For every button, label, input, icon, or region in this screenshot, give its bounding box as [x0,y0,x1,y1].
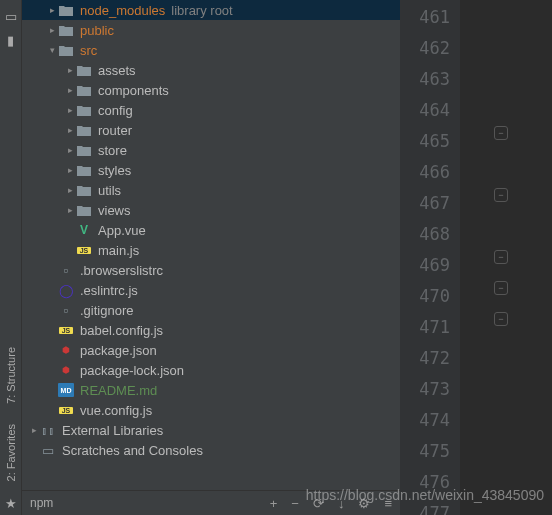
fold-marker-icon[interactable]: − [494,312,508,326]
npm-icon: ⬢ [58,343,74,357]
line-number: 472 [400,343,450,374]
tree-item[interactable]: ▸node_moduleslibrary root [22,0,400,20]
folder-icon [58,43,74,57]
tree-item-label: Scratches and Consoles [62,443,203,458]
tree-item-label: assets [98,63,136,78]
scratch-icon: ▭ [40,443,56,457]
tree-item[interactable]: ▸components [22,80,400,100]
tree-item-label: src [80,43,97,58]
tree-item-label: styles [98,163,131,178]
npm-tab[interactable]: npm [30,496,53,510]
tree-item[interactable]: ⬢package-lock.json [22,360,400,380]
expand-arrow-icon[interactable]: ▸ [64,145,76,155]
expand-arrow-icon[interactable]: ▸ [64,165,76,175]
tree-item[interactable]: VApp.vue [22,220,400,240]
tree-item[interactable]: ▾src [22,40,400,60]
line-number: 465 [400,126,450,157]
tree-item[interactable]: ▸views [22,200,400,220]
line-number: 467 [400,188,450,219]
tree-item[interactable]: ▸⫾⫾External Libraries [22,420,400,440]
tab-structure[interactable]: 7: Structure [5,347,17,404]
line-number: 466 [400,157,450,188]
line-number: 474 [400,405,450,436]
expand-arrow-icon[interactable]: ▸ [64,205,76,215]
js-icon: JS [58,323,74,337]
tree-item[interactable]: ▸config [22,100,400,120]
file-icon: ▫ [58,263,74,277]
tree-item[interactable]: JSbabel.config.js [22,320,400,340]
tree-item-label: main.js [98,243,139,258]
project-icon[interactable]: ▭ [3,8,19,24]
expand-arrow-icon[interactable]: ▸ [64,65,76,75]
tree-item-label: babel.config.js [80,323,163,338]
fold-column [468,0,552,515]
tree-item[interactable]: JSvue.config.js [22,400,400,420]
tree-item-label: .browserslistrc [80,263,163,278]
file-icon: ▫ [58,303,74,317]
expand-arrow-icon[interactable]: ▸ [46,25,58,35]
folder-icon [76,163,92,177]
expand-arrow-icon[interactable]: ▾ [46,45,58,55]
tree-item[interactable]: ▸store [22,140,400,160]
tree-item-label: README.md [80,383,157,398]
fold-marker-icon[interactable]: − [494,188,508,202]
line-number: 461 [400,2,450,33]
toolbar-button-1[interactable]: − [291,496,299,511]
tree-item[interactable]: MDREADME.md [22,380,400,400]
tree-item-label: package-lock.json [80,363,184,378]
tree-item[interactable]: ▫.gitignore [22,300,400,320]
toolbar-button-0[interactable]: + [270,496,278,511]
line-number: 463 [400,64,450,95]
vue-icon: V [76,223,92,237]
tree-item[interactable]: ▭Scratches and Consoles [22,440,400,460]
tab-favorites[interactable]: 2: Favorites [5,424,17,481]
tree-item[interactable]: ▫.browserslistrc [22,260,400,280]
tree-item-label: public [80,23,114,38]
line-number: 470 [400,281,450,312]
fold-marker-icon[interactable]: − [494,250,508,264]
line-number: 473 [400,374,450,405]
tree-item-label: utils [98,183,121,198]
line-number: 471 [400,312,450,343]
folder-icon [76,103,92,117]
tree-item-label: External Libraries [62,423,163,438]
tree-item[interactable]: JSmain.js [22,240,400,260]
folder-icon[interactable]: ▮ [3,32,19,48]
folder-icon [58,3,74,17]
tree-item-label: views [98,203,131,218]
folder-icon [76,83,92,97]
expand-arrow-icon[interactable]: ▸ [28,425,40,435]
expand-arrow-icon[interactable]: ▸ [64,105,76,115]
expand-arrow-icon[interactable]: ▸ [64,85,76,95]
fold-marker-icon[interactable]: − [494,281,508,295]
tree-item-label: vue.config.js [80,403,152,418]
folder-icon [76,203,92,217]
tree-item-label: .gitignore [80,303,133,318]
editor-gutter: 4614624634644654664674684694704714724734… [400,0,460,515]
tree-item-label: App.vue [98,223,146,238]
js-icon: JS [58,403,74,417]
fold-marker-icon[interactable]: − [494,126,508,140]
eslint-icon: ◯ [58,283,74,297]
tree-item[interactable]: ▸styles [22,160,400,180]
folder-icon [76,63,92,77]
tree-item-suffix: library root [171,3,232,18]
tree-item[interactable]: ▸utils [22,180,400,200]
md-icon: MD [58,383,74,397]
line-number: 475 [400,436,450,467]
tree-item[interactable]: ▸assets [22,60,400,80]
star-icon[interactable]: ★ [3,495,19,511]
tree-item-label: node_modules [80,3,165,18]
tree-item[interactable]: ◯.eslintrc.js [22,280,400,300]
tree-item[interactable]: ⬢package.json [22,340,400,360]
npm-icon: ⬢ [58,363,74,377]
tree-item-label: config [98,103,133,118]
project-tree[interactable]: ▸node_moduleslibrary root▸public▾src▸ass… [22,0,400,490]
expand-arrow-icon[interactable]: ▸ [46,5,58,15]
tree-item[interactable]: ▸router [22,120,400,140]
expand-arrow-icon[interactable]: ▸ [64,185,76,195]
tool-sidebar: ▭ ▮ 7: Structure 2: Favorites ★ [0,0,22,515]
expand-arrow-icon[interactable]: ▸ [64,125,76,135]
tree-item-label: router [98,123,132,138]
tree-item[interactable]: ▸public [22,20,400,40]
